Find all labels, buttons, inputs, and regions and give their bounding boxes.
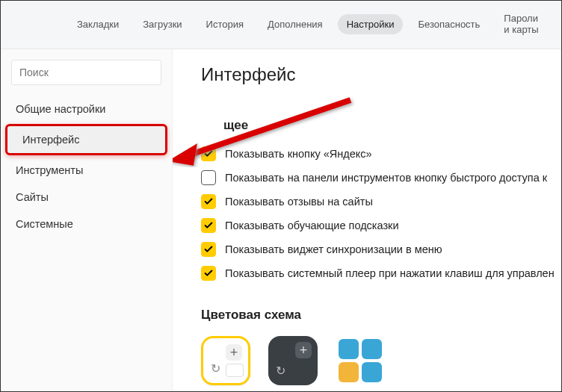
nav-downloads[interactable]: Загрузки	[134, 14, 191, 34]
theme-light[interactable]: + ↻	[201, 336, 250, 385]
checkbox-tips[interactable]	[201, 218, 216, 233]
page-title: Интерфейс	[201, 64, 561, 85]
section-general-title: щее	[223, 118, 561, 133]
theme-color[interactable]	[336, 336, 385, 385]
sidebar-item-system[interactable]: Системные	[1, 211, 172, 237]
search-input[interactable]	[19, 66, 153, 78]
option-row: Показывать обучающие подсказки	[201, 218, 561, 233]
nav-addons[interactable]: Дополнения	[259, 14, 332, 34]
plus-icon: +	[295, 342, 312, 358]
section-color-title: Цветовая схема	[201, 308, 561, 323]
option-row: Показывать системный плеер при нажатии к…	[201, 266, 561, 281]
sidebar-item-general[interactable]: Общие настройки	[1, 96, 172, 122]
content: Интерфейс щее Показывать кнопку «Яндекс»…	[173, 49, 561, 392]
sidebar-item-interface[interactable]: Интерфейс	[5, 124, 167, 155]
plus-icon: +	[226, 344, 242, 361]
svg-marker-0	[173, 143, 197, 166]
option-row: Показывать виджет синхронизации в меню	[201, 242, 561, 257]
reload-icon: ↻	[276, 364, 285, 378]
theme-dark[interactable]: + ↻	[268, 336, 318, 385]
option-row: Показывать кнопку «Яндекс»	[201, 146, 561, 161]
nav-passwords[interactable]: Пароли и карты	[495, 8, 549, 40]
option-label: Показывать системный плеер при нажатии к…	[225, 267, 555, 279]
checkbox-quick-access[interactable]	[201, 170, 216, 185]
sidebar: Общие настройки Интерфейс Инструменты Са…	[1, 49, 173, 392]
option-row: Показывать на панели инструментов кнопку…	[201, 170, 561, 185]
checkbox-site-reviews[interactable]	[201, 194, 216, 209]
reload-icon: ↻	[211, 361, 220, 376]
sidebar-item-tools[interactable]: Инструменты	[1, 157, 172, 184]
general-options: Показывать кнопку «Яндекс» Показывать на…	[201, 146, 561, 281]
option-label: Показывать обучающие подсказки	[225, 220, 399, 231]
nav-settings[interactable]: Настройки	[338, 14, 404, 34]
checkbox-sync-widget[interactable]	[201, 242, 216, 257]
color-schemes: + ↻ + ↻	[201, 336, 561, 385]
nav-bookmarks[interactable]: Закладки	[68, 14, 128, 34]
top-nav: Закладки Загрузки История Дополнения Нас…	[1, 1, 561, 49]
sidebar-item-sites[interactable]: Сайты	[1, 184, 172, 211]
nav-security[interactable]: Безопасность	[409, 14, 489, 34]
nav-history[interactable]: История	[197, 14, 253, 34]
option-label: Показывать виджет синхронизации в меню	[225, 243, 442, 255]
option-row: Показывать отзывы на сайты	[201, 194, 561, 209]
checkbox-media-keys[interactable]	[201, 266, 216, 281]
option-label: Показывать на панели инструментов кнопку…	[225, 172, 547, 184]
search-box[interactable]	[11, 60, 161, 85]
checkbox-yandex-button[interactable]	[201, 146, 216, 161]
option-label: Показывать кнопку «Яндекс»	[225, 148, 372, 160]
option-label: Показывать отзывы на сайты	[225, 196, 373, 208]
